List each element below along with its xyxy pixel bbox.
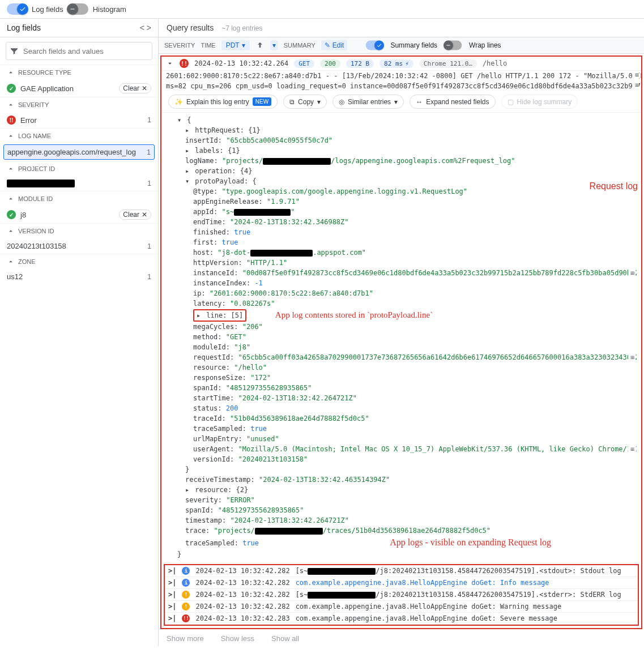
- status-chip: 200: [320, 59, 340, 68]
- annotation-line: App log contents stored in `protoPayload…: [275, 310, 433, 319]
- log-fields-toggle[interactable]: [7, 3, 27, 15]
- show-more-button[interactable]: Show more: [167, 634, 204, 643]
- sub-log-row[interactable]: >| i 2024-02-13 10:32:42.282 [s~/j8:2024…: [165, 565, 638, 577]
- line-expand[interactable]: ▸ line: [5]: [193, 309, 246, 322]
- expand-collapse-icon[interactable]: < >: [140, 23, 151, 32]
- explain-button[interactable]: ✨ Explain this log entry NEW: [168, 95, 278, 109]
- raw-line-1: 2601:602:9000:8170:5c22:8e67:a840:d7b1 -…: [161, 71, 641, 81]
- chevron-expand-icon[interactable]: >|: [168, 567, 176, 575]
- search-input-wrap[interactable]: [6, 42, 152, 60]
- bolt-icon: ⚡: [405, 60, 409, 67]
- method-chip: GET: [294, 59, 314, 68]
- sidebar-title: Log fields: [7, 23, 41, 32]
- chevron-up-icon: [7, 132, 15, 140]
- search-input[interactable]: [22, 46, 148, 56]
- log-container: !! 2024-02-13 10:32:42.264 GET 200 172 B…: [160, 55, 642, 629]
- histogram-toggle[interactable]: [68, 3, 88, 15]
- arrow-up-icon[interactable]: [255, 41, 265, 50]
- redacted: [250, 250, 313, 257]
- summary-fields-label: Summary fields: [390, 41, 437, 49]
- dropdown-small[interactable]: ▾: [270, 40, 278, 50]
- facet-project-item[interactable]: 1: [0, 176, 158, 191]
- warning-icon: !: [182, 603, 190, 610]
- check-icon: ✓: [7, 210, 16, 219]
- facet-logname-item[interactable]: appengine.googleapis.com/request_log 1: [3, 144, 155, 160]
- time-column-label: TIME: [201, 42, 215, 49]
- redacted: [263, 158, 331, 165]
- sub-log-row[interactable]: >| i 2024-02-13 10:32:42.282 com.example…: [165, 577, 638, 589]
- annotation-applogs: App logs - visible on expanding Request …: [390, 537, 551, 547]
- chevron-expand-icon[interactable]: >|: [168, 614, 176, 622]
- edit-button[interactable]: ✎ Edit: [321, 40, 348, 50]
- redacted: [308, 568, 376, 575]
- expand-button[interactable]: ↔ Expand nested fields: [410, 95, 495, 109]
- copy-button[interactable]: ⧉ Copy ▾: [283, 95, 327, 109]
- facet-head-logname[interactable]: LOG NAME: [0, 128, 158, 143]
- facet-severity-error[interactable]: !!Error 1: [0, 112, 158, 128]
- info-icon: i: [182, 567, 190, 575]
- timezone-dropdown[interactable]: PDT ▾: [221, 40, 250, 50]
- chevron-expand-icon[interactable]: >|: [168, 579, 176, 587]
- redacted: [308, 592, 376, 599]
- minus-icon: [69, 6, 76, 12]
- path-text: /hello: [483, 59, 507, 67]
- redacted: [255, 528, 323, 535]
- redacted: [7, 180, 75, 187]
- facet-head-severity[interactable]: SEVERITY: [0, 97, 158, 112]
- severity-column-label[interactable]: SEVERITY: [164, 42, 195, 49]
- chevron-up-icon: [7, 195, 15, 203]
- facet-head-project[interactable]: PROJECT ID: [0, 161, 158, 176]
- histogram-label: Histogram: [93, 5, 126, 14]
- show-all-button[interactable]: Show all: [271, 634, 299, 643]
- bytes-chip: 172 B: [346, 59, 374, 68]
- clear-button[interactable]: Clear ✕: [119, 83, 151, 93]
- entry-actions: ✨ Explain this log entry NEW ⧉ Copy ▾ ◎ …: [161, 91, 641, 113]
- chevron-expand-icon[interactable]: >|: [168, 603, 176, 610]
- info-icon: i: [182, 579, 190, 587]
- facet-module-item[interactable]: ✓j8 Clear ✕: [0, 206, 158, 223]
- sub-log-row[interactable]: >| ! 2024-02-13 10:32:42.282 com.example…: [165, 601, 638, 613]
- chevron-expand-icon[interactable]: >|: [168, 591, 176, 599]
- chevron-up-icon: [7, 227, 15, 235]
- show-less-button[interactable]: Show less: [221, 634, 254, 643]
- facet-zone-item[interactable]: us12 1: [0, 269, 158, 284]
- severity-error-icon: !!: [180, 59, 189, 68]
- main: Query results ~7 log entries SEVERITY TI…: [159, 19, 644, 646]
- facet-version-item[interactable]: 20240213t103158 1: [0, 238, 158, 254]
- facet-head-zone[interactable]: ZONE: [0, 254, 158, 269]
- summary-fields-toggle[interactable]: [366, 41, 383, 50]
- wrap-lines-toggle[interactable]: [445, 41, 462, 50]
- summary-label: SUMMARY: [284, 42, 315, 49]
- facet-head-version[interactable]: VERSION ID: [0, 223, 158, 238]
- chevron-up-icon: [7, 165, 15, 173]
- check-icon: [19, 6, 26, 12]
- facet-resource-type-item[interactable]: ✓GAE Application Clear ✕: [0, 80, 158, 97]
- check-icon: [377, 42, 382, 48]
- entry-timestamp: 2024-02-13 10:32:42.264: [194, 59, 288, 67]
- ua-chip: Chrome 121.0…: [419, 59, 477, 68]
- raw-line-2: ms=82 cpu_ms=206 cpm_usd=0 loading_reque…: [161, 81, 641, 91]
- latency-chip: 82 ms ⚡: [379, 59, 413, 68]
- sub-logs: >| i 2024-02-13 10:32:42.282 [s~/j8:2024…: [164, 564, 639, 626]
- json-body: Request log ▾ { ▸ httpRequest: {1} inser…: [161, 113, 641, 562]
- chevron-down-icon[interactable]: [166, 59, 174, 67]
- warning-icon: !: [182, 591, 190, 599]
- facet-head-module[interactable]: MODULE ID: [0, 191, 158, 206]
- filter-icon: [10, 46, 19, 55]
- chevron-up-icon: [7, 69, 15, 76]
- log-entry-header[interactable]: !! 2024-02-13 10:32:42.264 GET 200 172 B…: [161, 57, 641, 71]
- chevron-up-icon: [7, 101, 15, 109]
- footer-actions: Show more Show less Show all: [159, 631, 644, 646]
- check-icon: ✓: [7, 84, 16, 93]
- similar-button[interactable]: ◎ Similar entries ▾: [332, 95, 404, 109]
- wrap-lines-label: Wrap lines: [469, 41, 501, 49]
- query-results-title: Query results: [167, 23, 214, 32]
- sub-log-row[interactable]: >| ! 2024-02-13 10:32:42.282 [s~/j8:2024…: [165, 589, 638, 601]
- clear-button[interactable]: Clear ✕: [119, 210, 151, 220]
- minus-icon: [445, 42, 451, 48]
- sub-log-row[interactable]: >| !! 2024-02-13 10:32:42.283 com.exampl…: [165, 613, 638, 625]
- log-fields-label: Log fields: [32, 5, 63, 14]
- chevron-up-icon: [7, 258, 15, 266]
- facet-head-resource-type[interactable]: RESOURCE TYPE: [0, 65, 158, 80]
- sidebar: Log fields < > RESOURCE TYPE ✓GAE Applic…: [0, 19, 159, 646]
